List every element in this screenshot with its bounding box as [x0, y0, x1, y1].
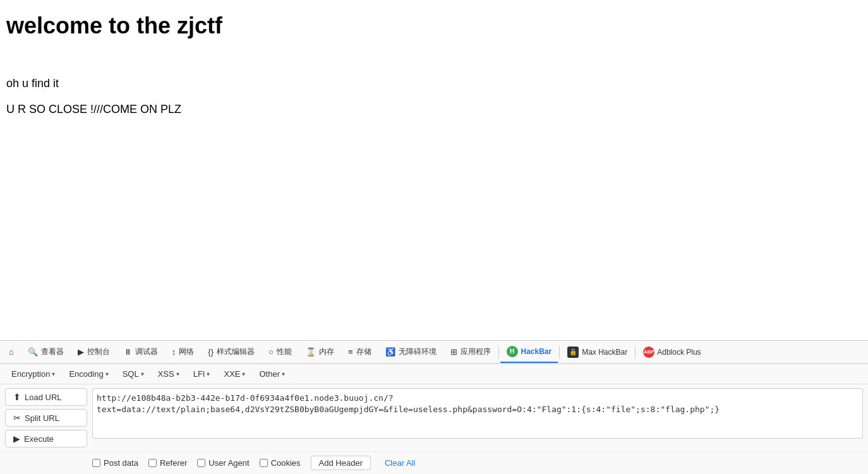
hackbar-panel: Encryption ▾ Encoding ▾ SQL ▾ XSS ▾ LFI …	[0, 364, 868, 474]
tab-network[interactable]: ↕ 网络	[166, 341, 201, 363]
browser-toolbar: ⌂ 🔍 查看器 ▶ 控制台 ⏸ 调试器 ↕ 网络 {} 样式编辑器 ○ 性能 ⌛…	[0, 340, 868, 474]
line1: oh u find it	[6, 77, 862, 90]
viewer-icon: 🔍	[28, 347, 38, 357]
xss-arrow-icon: ▾	[176, 370, 179, 377]
storage-icon: ≡	[348, 347, 353, 357]
style-icon: {}	[208, 347, 214, 357]
tab-separator	[498, 346, 499, 358]
cookies-checkbox-group[interactable]: Cookies	[260, 458, 301, 468]
encryption-arrow-icon: ▾	[52, 370, 55, 377]
execute-icon: ▶	[13, 434, 20, 444]
url-input-area	[92, 388, 863, 441]
application-icon: ⊞	[450, 347, 457, 357]
split-url-button[interactable]: ✂ Split URL	[5, 409, 87, 427]
user-agent-checkbox[interactable]	[197, 459, 205, 467]
tab-adblock[interactable]: ABP Adblock Plus	[637, 341, 707, 363]
menu-xxe[interactable]: XXE ▾	[217, 367, 251, 381]
debugger-icon: ⏸	[124, 347, 132, 357]
accessibility-icon: ♿	[385, 347, 395, 357]
performance-icon: ○	[268, 347, 274, 357]
post-data-checkbox-group[interactable]: Post data	[92, 458, 138, 468]
hackbar-buttons: ⬆ Load URL ✂ Split URL ▶ Execute	[5, 388, 87, 447]
tab-memory[interactable]: ⌛ 内存	[299, 341, 341, 363]
url-input[interactable]	[92, 388, 863, 439]
tab-max-hackbar[interactable]: 🔒 Max HackBar	[561, 341, 634, 363]
tab-bar: ⌂ 🔍 查看器 ▶ 控制台 ⏸ 调试器 ↕ 网络 {} 样式编辑器 ○ 性能 ⌛…	[0, 341, 868, 364]
tab-style-editor[interactable]: {} 样式编辑器	[202, 341, 261, 363]
execute-button[interactable]: ▶ Execute	[5, 430, 87, 447]
split-url-icon: ✂	[13, 413, 21, 423]
referer-checkbox[interactable]	[148, 459, 157, 467]
menu-xss[interactable]: XSS ▾	[152, 367, 186, 381]
user-agent-checkbox-group[interactable]: User Agent	[197, 458, 249, 468]
tab-separator-2	[559, 346, 560, 358]
post-data-checkbox[interactable]	[92, 459, 100, 467]
main-content: welcome to the zjctf oh u find it U R SO…	[0, 0, 868, 284]
adblock-badge: ABP	[643, 347, 654, 358]
load-url-icon: ⬆	[13, 392, 21, 402]
console-icon: ▶	[78, 347, 84, 357]
other-arrow-icon: ▾	[282, 370, 285, 377]
tab-performance[interactable]: ○ 性能	[262, 341, 298, 363]
add-header-button[interactable]: Add Header	[311, 456, 371, 470]
hackbar-menu: Encryption ▾ Encoding ▾ SQL ▾ XSS ▾ LFI …	[0, 364, 868, 384]
encoding-arrow-icon: ▾	[105, 370, 109, 377]
clear-all-button[interactable]: Clear All	[381, 456, 419, 470]
tab-application[interactable]: ⊞ 应用程序	[444, 341, 497, 363]
network-icon: ↕	[172, 347, 176, 357]
sql-arrow-icon: ▾	[141, 370, 144, 377]
referer-checkbox-group[interactable]: Referer	[148, 458, 187, 468]
tab-inspector[interactable]: ⌂	[3, 341, 20, 363]
inspector-icon: ⌂	[9, 347, 14, 357]
load-url-button[interactable]: ⬆ Load URL	[5, 388, 87, 406]
max-hackbar-badge: 🔒	[567, 347, 579, 358]
cookies-checkbox[interactable]	[260, 459, 268, 467]
lfi-arrow-icon: ▾	[207, 370, 210, 377]
tab-viewer[interactable]: 🔍 查看器	[21, 341, 70, 363]
tab-console[interactable]: ▶ 控制台	[71, 341, 116, 363]
line2: U R SO CLOSE !///COME ON PLZ	[6, 103, 862, 116]
tab-hackbar[interactable]: H HackBar	[500, 341, 558, 363]
tab-storage[interactable]: ≡ 存储	[342, 341, 378, 363]
menu-sql[interactable]: SQL ▾	[116, 367, 150, 381]
memory-icon: ⌛	[306, 347, 316, 357]
hackbar-options: Post data Referer User Agent Cookies Add…	[0, 451, 868, 474]
menu-encryption[interactable]: Encryption ▾	[5, 367, 61, 381]
menu-lfi[interactable]: LFI ▾	[187, 367, 217, 381]
tab-accessibility[interactable]: ♿ 无障碍环境	[379, 341, 443, 363]
menu-encoding[interactable]: Encoding ▾	[63, 367, 114, 381]
hackbar-body: ⬆ Load URL ✂ Split URL ▶ Execute	[0, 384, 868, 451]
tab-debugger[interactable]: ⏸ 调试器	[118, 341, 164, 363]
menu-other[interactable]: Other ▾	[253, 367, 291, 381]
page-title: welcome to the zjctf	[6, 13, 862, 39]
xxe-arrow-icon: ▾	[242, 370, 245, 377]
hackbar-badge: H	[507, 346, 518, 357]
tab-separator-3	[635, 346, 636, 358]
